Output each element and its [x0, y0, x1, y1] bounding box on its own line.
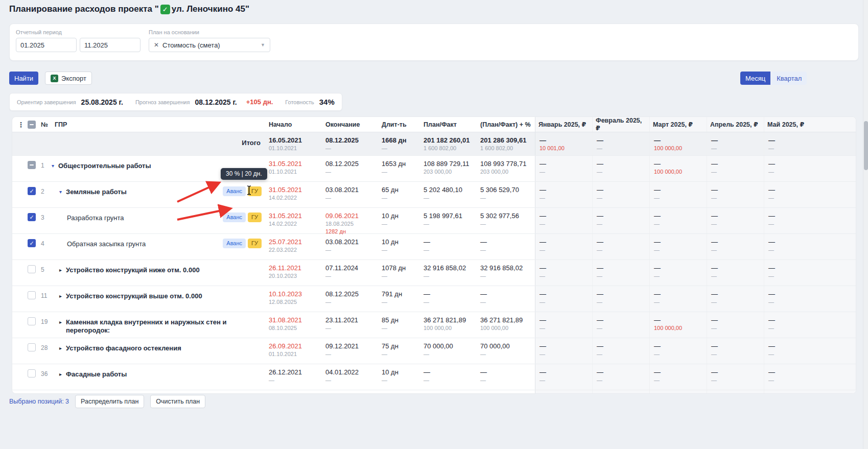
cell-subvalue: —: [768, 247, 852, 253]
cell-value: 08.12.2025: [325, 136, 373, 144]
cell-subvalue: —: [539, 221, 588, 227]
end-date-cell: 08.12.2025—: [321, 156, 378, 181]
cell-value: 75 дн: [382, 342, 415, 350]
row-name-cell: ▸Устройство фасадного остекления: [50, 338, 265, 364]
collapse-row-icon[interactable]: ▾: [59, 188, 66, 196]
expand-row-icon[interactable]: ▸: [59, 344, 66, 352]
cell-value: —: [539, 290, 588, 298]
table-row: 4Обратная засыпка грунтаАвансГУ25.07.202…: [12, 234, 856, 260]
column-header-end[interactable]: Окончание: [321, 117, 378, 132]
cell-value: —: [654, 136, 702, 144]
start-date-cell: 10.10.202312.08.2025: [265, 286, 321, 312]
column-header-month[interactable]: Февраль 2025, ₽: [592, 117, 649, 132]
gu-badge[interactable]: ГУ: [248, 212, 262, 222]
row-checkbox[interactable]: [28, 265, 36, 273]
duration-cell: 1078 дн—: [378, 260, 419, 286]
row-title[interactable]: Разработка грунта: [67, 214, 124, 222]
month-value-cell: ——: [535, 286, 592, 312]
column-header-start[interactable]: Начало: [265, 117, 321, 132]
export-button[interactable]: X Экспорт: [45, 72, 92, 85]
export-button-label: Экспорт: [61, 75, 86, 82]
end-date-cell: 23.11.2021—: [321, 312, 378, 338]
cell-subvalue: —: [768, 351, 852, 358]
row-checkbox[interactable]: [28, 291, 36, 299]
start-date-cell: 26.12.2021—: [265, 364, 321, 390]
cell-value: 07.11.2024: [325, 264, 373, 272]
avans-badge[interactable]: Аванс: [223, 239, 246, 248]
cell-value: —: [539, 264, 588, 272]
month-value-cell: ——: [535, 234, 592, 259]
period-from-input[interactable]: [16, 38, 77, 52]
column-header-plan-fact-pct[interactable]: (План/Факт) + %: [476, 117, 535, 132]
cell-subvalue: —: [597, 195, 645, 201]
row-checkbox[interactable]: [28, 317, 36, 325]
expand-row-icon[interactable]: ▸: [59, 266, 66, 274]
vertical-scrollbar[interactable]: [863, 0, 868, 449]
row-checkbox[interactable]: [28, 213, 36, 221]
row-checkbox[interactable]: [28, 343, 36, 351]
expand-row-icon[interactable]: ▸: [59, 318, 66, 326]
month-value-cell: ——: [649, 390, 707, 394]
view-quarter-button[interactable]: Квартал: [771, 72, 807, 85]
cell-value: —: [654, 264, 702, 272]
clear-selection-icon[interactable]: ✕: [154, 41, 159, 49]
row-title[interactable]: Устройство конструкций выше отм. 0.000: [66, 292, 202, 300]
cell-value: 03.08.2021: [325, 186, 373, 194]
column-header-month[interactable]: Март 2025, ₽: [649, 117, 707, 132]
row-menu-cell: [12, 234, 26, 259]
expand-row-icon[interactable]: ▸: [59, 292, 66, 300]
month-value-cell: ——: [764, 286, 856, 312]
cell-value: 65 дн: [382, 186, 415, 194]
gu-badge[interactable]: ГУ: [248, 239, 262, 248]
select-all-checkbox[interactable]: [28, 121, 36, 129]
row-checkbox[interactable]: [28, 369, 36, 377]
column-header-plan-fact[interactable]: План/Факт: [419, 117, 476, 132]
row-title[interactable]: Фасадные работы: [66, 370, 127, 379]
row-title[interactable]: Обратная засыпка грунта: [67, 240, 146, 248]
table-row: 2▾Земляные работыАвансГУ31.05.202114.02.…: [12, 182, 856, 208]
month-value-cell: ——: [592, 156, 649, 181]
cell-subvalue: —: [711, 299, 760, 305]
row-title[interactable]: Общестроительные работы: [58, 162, 151, 170]
column-header-gpr[interactable]: ГПР: [50, 117, 265, 132]
row-number: 19: [38, 312, 50, 338]
column-header-month[interactable]: Апрель 2025, ₽: [707, 117, 764, 132]
clear-plan-button[interactable]: Очистить план: [150, 395, 205, 408]
table-row: 28▸Устройство фасадного остекления26.09.…: [12, 338, 856, 364]
report-period-group: Отчетный период: [16, 29, 140, 55]
cell-subvalue: —: [768, 299, 852, 305]
row-check-cell: [26, 338, 38, 364]
kebab-menu-icon[interactable]: ⋮: [17, 121, 25, 129]
cell-value: 25.07.2021: [269, 238, 317, 246]
find-button[interactable]: Найти: [9, 72, 38, 85]
total-row: Итого16.05.202101.10.202108.12.2025—1668…: [12, 132, 856, 156]
cell-subvalue: —: [597, 169, 645, 175]
row-title[interactable]: Земляные работы: [66, 188, 127, 196]
period-to-input[interactable]: [80, 38, 140, 52]
month-value-cell: ——: [649, 286, 707, 312]
row-title[interactable]: Каменная кладка внутренних и наружных ст…: [66, 318, 262, 335]
column-header-num[interactable]: №: [38, 117, 50, 132]
cell-subvalue: —: [768, 195, 852, 201]
distribute-plan-button[interactable]: Распределить план: [75, 395, 144, 408]
row-checkbox[interactable]: [28, 239, 36, 247]
column-header-duration[interactable]: Длит-ть: [378, 117, 419, 132]
expand-row-icon[interactable]: ▸: [59, 370, 66, 379]
scrollbar-thumb[interactable]: [864, 121, 868, 170]
row-title[interactable]: Устройство фасадного остекления: [66, 344, 181, 352]
view-month-button[interactable]: Месяц: [740, 72, 770, 85]
column-header-month[interactable]: Январь 2025, ₽: [535, 117, 592, 132]
row-checkbox[interactable]: [28, 161, 36, 169]
month-value-cell: ——: [707, 156, 764, 181]
plan-basis-select[interactable]: ✕ Стоимость (смета) ▼: [149, 38, 270, 52]
row-checkbox[interactable]: [28, 187, 36, 195]
cell-value: 03.08.2021: [325, 238, 373, 246]
cell-subvalue: —: [325, 351, 373, 358]
cell-subvalue: —: [382, 195, 415, 201]
row-title[interactable]: Устройство конструкций ниже отм. 0.000: [66, 266, 200, 274]
collapse-row-icon[interactable]: ▾: [52, 162, 58, 170]
cell-value: 70 000,00: [424, 342, 472, 350]
cell-subvalue: —: [424, 377, 472, 384]
cell-value: —: [539, 212, 588, 220]
column-header-month[interactable]: Май 2025, ₽: [764, 117, 856, 132]
